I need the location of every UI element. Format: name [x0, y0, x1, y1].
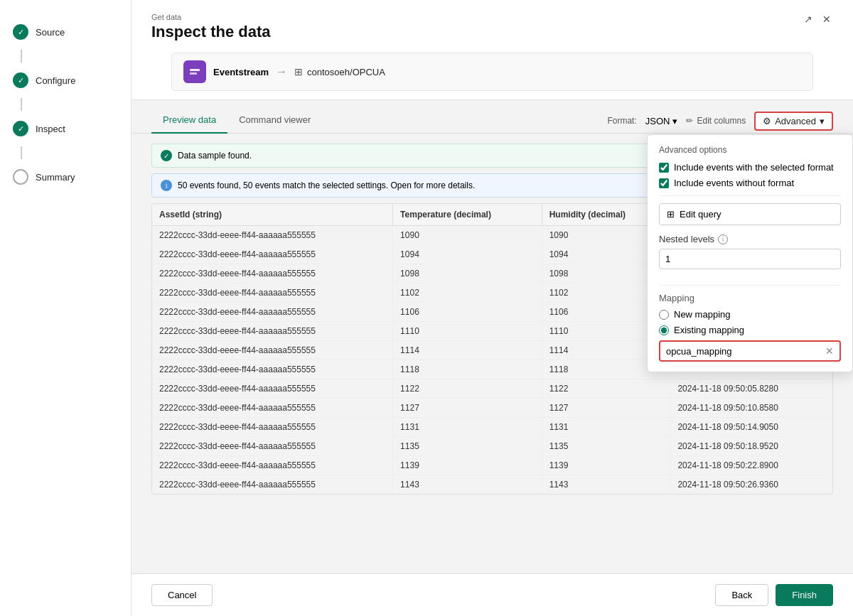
- step-circle-inspect: ✓: [13, 121, 28, 136]
- nested-levels-input[interactable]: [659, 249, 841, 269]
- table-cell: 1094: [393, 245, 542, 264]
- sidebar-label-inspect: Inspect: [36, 124, 65, 134]
- mapping-input-row: ✕: [659, 340, 841, 362]
- edit-query-icon: ⊞: [667, 209, 675, 220]
- info-icon: i: [161, 180, 172, 191]
- table-row: 2222cccc-33dd-eeee-ff44-aaaaaa5555551139…: [152, 456, 832, 475]
- checkbox-label-1: Include events with the selected format: [674, 162, 834, 173]
- table-cell: 1122: [542, 379, 670, 399]
- checkbox-row-1[interactable]: Include events with the selected format: [659, 162, 841, 173]
- table-cell: 2222cccc-33dd-eeee-ff44-aaaaaa555555: [152, 303, 393, 322]
- checkbox-without-format[interactable]: [659, 178, 669, 188]
- footer-right: Back Finish: [715, 584, 833, 606]
- table-cell: 1114: [393, 341, 542, 360]
- sidebar-item-configure[interactable]: ✓ Configure: [0, 63, 131, 98]
- table-cell: 1127: [542, 399, 670, 418]
- table-cell: 1143: [542, 475, 670, 495]
- table-cell: 2024-11-18 09:50:10.8580: [670, 399, 832, 418]
- table-cell: 2222cccc-33dd-eeee-ff44-aaaaaa555555: [152, 418, 393, 437]
- table-cell: 2222cccc-33dd-eeee-ff44-aaaaaa555555: [152, 456, 393, 475]
- table-cell: 2222cccc-33dd-eeee-ff44-aaaaaa555555: [152, 379, 393, 399]
- table-cell: 2222cccc-33dd-eeee-ff44-aaaaaa555555: [152, 341, 393, 360]
- pipeline-bar: Eventstream → ⊞ contosoeh/OPCUA: [171, 53, 813, 91]
- nested-info-icon[interactable]: i: [718, 234, 728, 244]
- table-row: 2222cccc-33dd-eeee-ff44-aaaaaa5555551122…: [152, 379, 832, 399]
- checkbox-selected-format[interactable]: [659, 163, 669, 173]
- table-cell: 1106: [393, 303, 542, 322]
- table-cell: 1127: [393, 399, 542, 418]
- table-cell: 1102: [393, 283, 542, 303]
- footer: Cancel Back Finish: [132, 573, 853, 616]
- new-mapping-row[interactable]: New mapping: [659, 309, 841, 320]
- close-button[interactable]: ✕: [820, 13, 833, 26]
- tab-command-viewer[interactable]: Command viewer: [227, 109, 322, 134]
- chevron-down-icon-adv: ▾: [820, 116, 825, 126]
- header: Get data Inspect the data ↗ ✕ Eventstrea…: [132, 0, 853, 100]
- divider-1: [659, 195, 841, 196]
- window-controls: ↗ ✕: [802, 13, 833, 26]
- page-subtitle: Get data: [151, 13, 270, 21]
- mapping-value-input[interactable]: [666, 346, 825, 357]
- info-text: 50 events found, 50 events match the sel…: [178, 180, 475, 190]
- table-cell: 1135: [542, 437, 670, 456]
- advanced-button[interactable]: ⚙ Advanced ▾: [754, 112, 833, 131]
- table-cell: 2222cccc-33dd-eeee-ff44-aaaaaa555555: [152, 226, 393, 245]
- existing-mapping-row[interactable]: Existing mapping: [659, 325, 841, 335]
- table-cell: 2024-11-18 09:50:18.9520: [670, 437, 832, 456]
- col-header-assetid: AssetId (string): [152, 204, 393, 226]
- edit-query-button[interactable]: ⊞ Edit query: [659, 203, 841, 225]
- format-select[interactable]: JSON ▾: [645, 116, 678, 126]
- radio-new-mapping[interactable]: [659, 310, 669, 320]
- edit-columns-button[interactable]: ✏ Edit columns: [686, 116, 746, 126]
- back-button[interactable]: Back: [715, 584, 768, 606]
- table-cell: 1139: [393, 456, 542, 475]
- table-row: 2222cccc-33dd-eeee-ff44-aaaaaa5555551143…: [152, 475, 832, 495]
- table-row: 2222cccc-33dd-eeee-ff44-aaaaaa5555551127…: [152, 399, 832, 418]
- table-cell: 2222cccc-33dd-eeee-ff44-aaaaaa555555: [152, 475, 393, 495]
- connector-1: [21, 50, 22, 63]
- table-cell: 1135: [393, 437, 542, 456]
- tabs: Preview data Command viewer: [151, 109, 322, 133]
- finish-button[interactable]: Finish: [776, 584, 833, 606]
- sidebar: ✓ Source ✓ Configure ✓ Inspect Summary: [0, 0, 132, 616]
- divider-2: [659, 285, 841, 286]
- success-icon: ✓: [161, 150, 172, 161]
- table-cell: 1090: [393, 226, 542, 245]
- clear-mapping-icon[interactable]: ✕: [825, 345, 834, 357]
- expand-button[interactable]: ↗: [802, 13, 815, 26]
- pipeline-source-label: Eventstream: [213, 67, 269, 77]
- pipeline-arrow-icon: →: [276, 65, 287, 78]
- tabs-row: Preview data Command viewer Format: JSON…: [132, 109, 853, 134]
- chevron-down-icon: ▾: [672, 116, 677, 126]
- nested-levels-label: Nested levels i: [659, 234, 841, 244]
- step-circle-summary: [13, 169, 28, 185]
- table-cell: 1131: [393, 418, 542, 437]
- sidebar-label-source: Source: [36, 27, 65, 38]
- svg-rect-0: [190, 69, 200, 71]
- toolbar-right: Format: JSON ▾ ✏ Edit columns ⚙ Advanced…: [607, 112, 833, 131]
- pipeline-dest-label: contosoeh/OPCUA: [307, 67, 385, 77]
- page-title: Inspect the data: [151, 23, 270, 41]
- format-label: Format:: [607, 116, 636, 126]
- checkbox-row-2[interactable]: Include events without format: [659, 178, 841, 188]
- table-cell: 1098: [393, 264, 542, 283]
- col-header-temperature: Temperature (decimal): [393, 204, 542, 226]
- table-cell: 1118: [393, 360, 542, 379]
- sidebar-item-summary[interactable]: Summary: [0, 159, 131, 195]
- radio-existing-mapping[interactable]: [659, 325, 669, 335]
- cancel-button[interactable]: Cancel: [151, 584, 213, 606]
- tabs-wrapper: Preview data Command viewer Format: JSON…: [132, 100, 853, 134]
- connector-3: [21, 146, 22, 159]
- table-cell: 1110: [393, 322, 542, 341]
- table-cell: 2024-11-18 09:50:14.9050: [670, 418, 832, 437]
- new-mapping-label: New mapping: [674, 309, 731, 320]
- table-cell: 2024-11-18 09:50:22.8900: [670, 456, 832, 475]
- table-cell: 1143: [393, 475, 542, 495]
- sidebar-item-source[interactable]: ✓ Source: [0, 14, 131, 50]
- advanced-panel: Advanced options Include events with the…: [647, 134, 853, 372]
- tab-preview-data[interactable]: Preview data: [151, 109, 227, 134]
- success-text: Data sample found.: [178, 151, 252, 161]
- main-content: Get data Inspect the data ↗ ✕ Eventstrea…: [132, 0, 853, 616]
- sidebar-item-inspect[interactable]: ✓ Inspect: [0, 111, 131, 146]
- table-cell: 2024-11-18 09:50:05.8280: [670, 379, 832, 399]
